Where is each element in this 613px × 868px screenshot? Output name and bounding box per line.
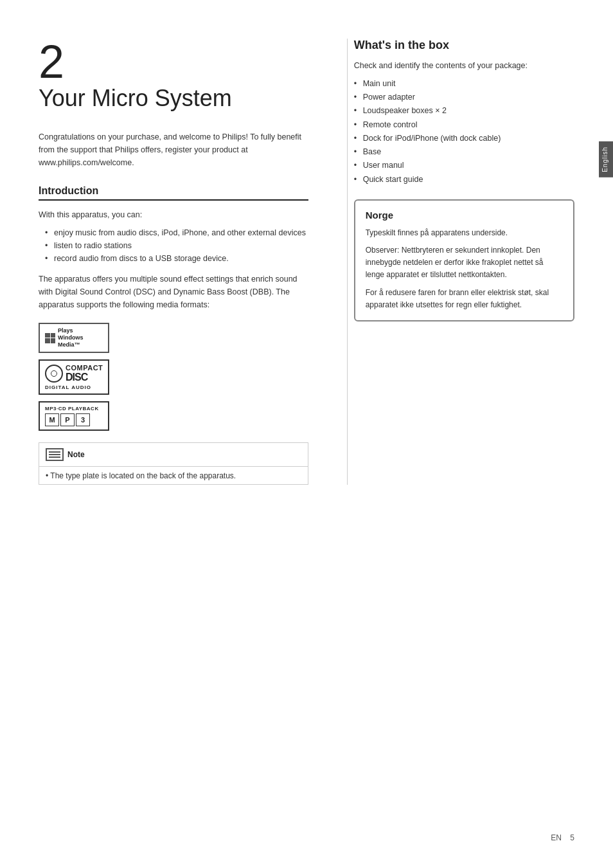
norge-text-2: Observer: Nettbryteren er sekundert innk… [366,244,563,282]
list-item: Loudspeaker boxes × 2 [354,104,574,118]
win-sq-2 [51,333,56,338]
cd-top-row: COMPACT DISC [45,364,103,383]
side-tab: English [599,141,613,177]
left-column: 2 Your Micro System Congratulations on y… [39,39,321,485]
two-column-layout: 2 Your Micro System Congratulations on y… [39,39,574,485]
note-box: Note [39,442,308,467]
compact-disc-badge: COMPACT DISC DIGITAL AUDIO [39,359,109,395]
introduction-bullets: enjoy music from audio discs, iPod, iPho… [39,226,308,265]
list-item: Quick start guide [354,173,574,186]
list-item: User manul [354,159,574,172]
cd-text-block: COMPACT DISC [66,364,103,383]
right-column: What's in the box Check and identify the… [347,39,574,485]
mp3-letters: M P 3 [45,413,103,426]
norge-box: Norge Typeskilt finnes på apparatens und… [354,199,574,321]
win-sq-1 [45,333,50,338]
windows-media-badge: Plays Windows Media™ [39,323,109,352]
windows-logo: Plays Windows Media™ [45,327,83,348]
footer-page: 5 [570,833,574,842]
windows-label: Windows [58,334,83,341]
introduction-title: Introduction [39,185,308,201]
norge-title: Norge [366,210,563,221]
windows-squares-icon [45,333,55,343]
page-footer: EN 5 [551,833,574,842]
package-text: Check and identify the contents of your … [354,60,574,72]
introduction-lead: With this apparatus, you can: [39,208,308,221]
note-line-1 [49,451,60,453]
norge-text-3: For å redusere faren for brann eller ele… [366,287,563,311]
mp3-label: MP3·CD PLAYBACK [45,406,103,411]
plays-text: Plays [58,327,83,334]
digital-audio-text: DIGITAL AUDIO [45,384,91,390]
note-line-3 [49,457,60,458]
intro-text: Congratulations on your purchase, and we… [39,131,308,169]
list-item: Main unit [354,77,574,91]
norge-text-1: Typeskilt finnes på apparatens underside… [366,227,563,239]
list-item: Base [354,145,574,159]
list-item: Power adapter [354,91,574,104]
mp3-badge: MP3·CD PLAYBACK M P 3 [39,401,109,431]
compact-text: COMPACT [66,364,103,372]
win-sq-3 [45,338,50,343]
introduction-body: The apparatus offers you multiple sound … [39,273,308,311]
note-header: Note [46,448,97,461]
whats-in-box-title: What's in the box [354,39,574,52]
list-item: listen to radio stations [45,239,308,252]
list-item: record audio from discs to a USB storage… [45,252,308,265]
note-text: The type plate is located on the back of… [50,471,236,480]
page-container: English 2 Your Micro System Congratulati… [0,0,613,868]
list-item: Dock for iPod/iPhone (with dock cable) [354,132,574,145]
note-label: Note [67,450,85,459]
list-item: Remote control [354,118,574,132]
list-item: enjoy music from audio discs, iPod, iPho… [45,226,308,239]
mp3-letter-3: 3 [76,413,90,426]
cd-disc-icon [45,365,63,383]
note-line-2 [49,454,60,455]
media-icons: Plays Windows Media™ COMPACT DISC [39,323,308,430]
win-sq-4 [51,338,56,343]
note-icon [46,448,64,461]
note-content-box: • The type plate is located on the back … [39,467,308,485]
disc-text: DISC [66,372,103,383]
chapter-title: Your Micro System [39,85,308,111]
box-list: Main unit Power adapter Loudspeaker boxe… [354,77,574,186]
windows-text: Plays Windows Media™ [58,327,83,348]
mp3-letter-m: M [45,413,59,426]
media-label: Media™ [58,341,83,348]
footer-lang: EN [551,833,562,842]
mp3-letter-p: P [60,413,75,426]
chapter-number: 2 [39,39,308,85]
